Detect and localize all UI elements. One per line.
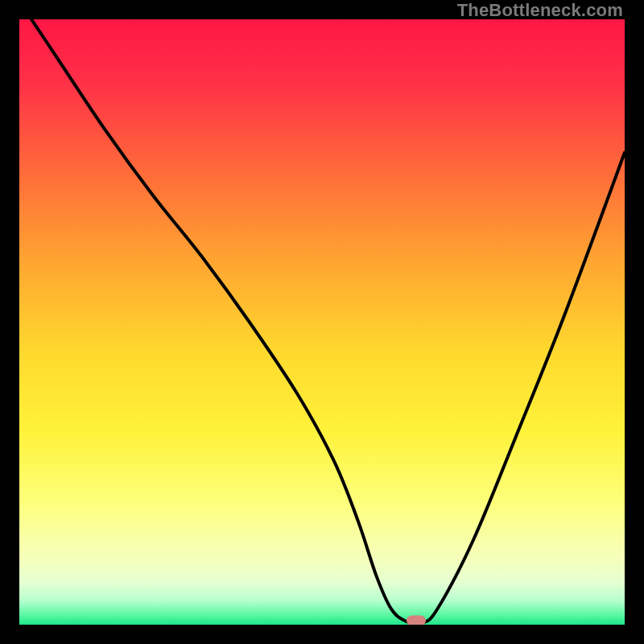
curve-layer xyxy=(19,19,625,625)
plot-area xyxy=(19,19,625,625)
watermark-text: TheBottleneck.com xyxy=(457,0,623,21)
chart-frame: TheBottleneck.com xyxy=(0,0,644,644)
optimal-marker xyxy=(407,616,426,625)
bottleneck-curve xyxy=(19,19,625,624)
